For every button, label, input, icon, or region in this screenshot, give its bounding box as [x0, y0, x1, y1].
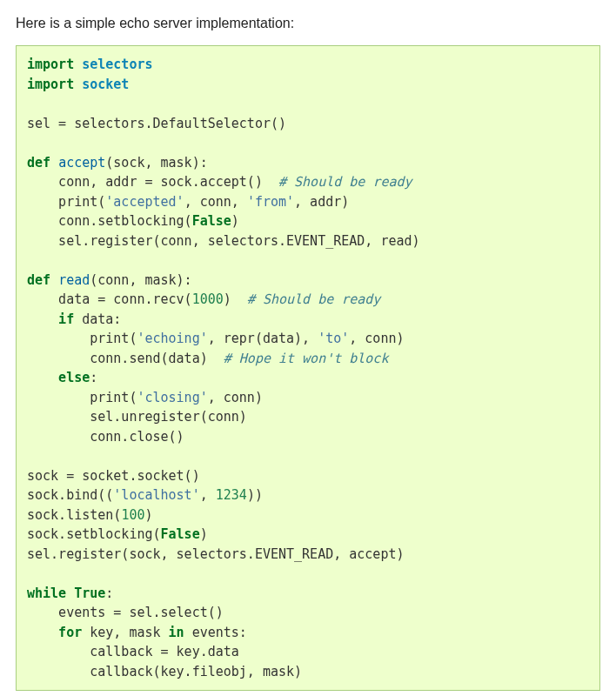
intro-text: Here is a simple echo server implementat…: [16, 16, 600, 31]
code-content: import selectors import socket sel = sel…: [27, 55, 589, 681]
code-line: sel.register(sock, selectors.EVENT_READ,…: [27, 546, 404, 562]
keyword-in: in: [169, 625, 184, 640]
code-text: , addr): [294, 194, 349, 210]
code-text: , conn): [208, 390, 263, 405]
keyword-import: import: [27, 77, 74, 92]
code-text: events:: [184, 625, 247, 640]
code-text: print(: [27, 331, 137, 346]
string-literal: 'from': [247, 194, 294, 210]
keyword-else: else: [27, 370, 90, 385]
code-text: )): [247, 487, 263, 503]
number-literal: 1234: [216, 487, 247, 503]
code-text: sock.bind((: [27, 487, 113, 503]
code-text: sock.listen(: [27, 507, 121, 523]
keyword-for: for: [27, 625, 82, 640]
function-name: accept: [58, 155, 105, 171]
code-text: (sock, mask):: [105, 155, 207, 171]
function-name: read: [58, 272, 90, 288]
code-text: conn, addr = sock.accept(): [27, 174, 278, 190]
code-text: data = conn.recv(: [27, 291, 192, 307]
code-line: conn.close(): [27, 429, 184, 445]
string-literal: 'echoing': [137, 331, 207, 346]
number-literal: 1000: [192, 291, 224, 307]
comment: # Should be ready: [278, 174, 412, 190]
code-text: key, mask: [82, 625, 168, 640]
boolean-literal: True: [74, 586, 105, 601]
code-line: sel.unregister(conn): [27, 409, 247, 425]
keyword-while: while: [27, 586, 66, 601]
code-text: print(: [27, 194, 105, 210]
module-name: socket: [82, 77, 129, 92]
code-text: ): [231, 213, 239, 229]
code-text: ): [224, 291, 247, 307]
module-name: selectors: [82, 57, 152, 72]
code-line: sel.register(conn, selectors.EVENT_READ,…: [27, 233, 420, 249]
code-line: callback(key.fileobj, mask): [27, 664, 302, 679]
code-line: sel = selectors.DefaultSelector(): [27, 116, 286, 131]
code-text: :: [105, 586, 113, 601]
string-literal: 'to': [318, 331, 349, 346]
string-literal: 'localhost': [113, 487, 199, 503]
code-text: print(: [27, 390, 137, 405]
comment: # Should be ready: [247, 291, 381, 307]
code-text: , repr(data),: [208, 331, 318, 346]
code-line: sock = socket.socket(): [27, 468, 200, 484]
keyword-if: if: [27, 311, 74, 327]
boolean-literal: False: [192, 213, 231, 229]
string-literal: 'closing': [137, 390, 207, 405]
code-text: , conn,: [184, 194, 247, 210]
boolean-literal: False: [161, 526, 200, 542]
code-line: callback = key.data: [27, 644, 239, 659]
code-text: conn.setblocking(: [27, 213, 192, 229]
keyword-import: import: [27, 57, 74, 72]
code-text: ): [144, 507, 152, 523]
code-text: , conn): [349, 331, 404, 346]
code-text: ): [200, 526, 208, 542]
keyword-def: def: [27, 155, 50, 171]
keyword-def: def: [27, 272, 50, 288]
code-block: import selectors import socket sel = sel…: [16, 45, 600, 691]
number-literal: 100: [121, 507, 144, 523]
string-literal: 'accepted': [105, 194, 184, 210]
code-text: sock.setblocking(: [27, 526, 161, 542]
code-text: conn.send(data): [27, 351, 224, 366]
comment: # Hope it won't block: [224, 351, 389, 366]
code-text: (conn, mask):: [90, 272, 191, 288]
code-text: data:: [74, 311, 121, 327]
code-text: ,: [200, 487, 216, 503]
code-line: events = sel.select(): [27, 605, 224, 620]
code-text: :: [90, 370, 97, 385]
